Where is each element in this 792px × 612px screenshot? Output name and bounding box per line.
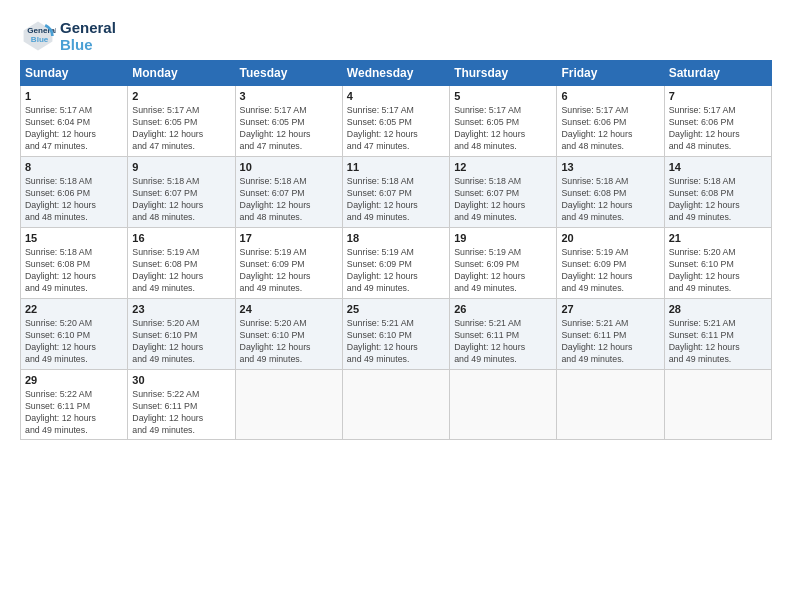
- calendar-cell: [557, 369, 664, 440]
- col-sunday: Sunday: [21, 61, 128, 86]
- calendar-cell: 26Sunrise: 5:21 AMSunset: 6:11 PMDayligh…: [450, 298, 557, 369]
- day-number: 30: [132, 373, 230, 388]
- calendar-cell: 7Sunrise: 5:17 AMSunset: 6:06 PMDaylight…: [664, 86, 771, 157]
- day-number: 27: [561, 302, 659, 317]
- col-friday: Friday: [557, 61, 664, 86]
- day-info: Sunrise: 5:19 AMSunset: 6:08 PMDaylight:…: [132, 247, 230, 295]
- calendar-cell: 14Sunrise: 5:18 AMSunset: 6:08 PMDayligh…: [664, 156, 771, 227]
- calendar-cell: [664, 369, 771, 440]
- day-number: 9: [132, 160, 230, 175]
- day-info: Sunrise: 5:17 AMSunset: 6:05 PMDaylight:…: [347, 105, 445, 153]
- day-info: Sunrise: 5:21 AMSunset: 6:11 PMDaylight:…: [669, 318, 767, 366]
- day-number: 3: [240, 89, 338, 104]
- calendar-cell: 16Sunrise: 5:19 AMSunset: 6:08 PMDayligh…: [128, 227, 235, 298]
- day-info: Sunrise: 5:18 AMSunset: 6:07 PMDaylight:…: [347, 176, 445, 224]
- day-info: Sunrise: 5:20 AMSunset: 6:10 PMDaylight:…: [669, 247, 767, 295]
- day-number: 10: [240, 160, 338, 175]
- day-info: Sunrise: 5:17 AMSunset: 6:05 PMDaylight:…: [454, 105, 552, 153]
- day-info: Sunrise: 5:19 AMSunset: 6:09 PMDaylight:…: [454, 247, 552, 295]
- day-number: 13: [561, 160, 659, 175]
- day-number: 24: [240, 302, 338, 317]
- calendar-week-3: 15Sunrise: 5:18 AMSunset: 6:08 PMDayligh…: [21, 227, 772, 298]
- calendar-cell: 15Sunrise: 5:18 AMSunset: 6:08 PMDayligh…: [21, 227, 128, 298]
- day-info: Sunrise: 5:20 AMSunset: 6:10 PMDaylight:…: [25, 318, 123, 366]
- day-number: 17: [240, 231, 338, 246]
- calendar-cell: 27Sunrise: 5:21 AMSunset: 6:11 PMDayligh…: [557, 298, 664, 369]
- day-number: 1: [25, 89, 123, 104]
- calendar-cell: [450, 369, 557, 440]
- calendar-week-5: 29Sunrise: 5:22 AMSunset: 6:11 PMDayligh…: [21, 369, 772, 440]
- day-info: Sunrise: 5:21 AMSunset: 6:11 PMDaylight:…: [454, 318, 552, 366]
- day-info: Sunrise: 5:17 AMSunset: 6:05 PMDaylight:…: [240, 105, 338, 153]
- calendar-table: Sunday Monday Tuesday Wednesday Thursday…: [20, 60, 772, 440]
- day-info: Sunrise: 5:18 AMSunset: 6:08 PMDaylight:…: [669, 176, 767, 224]
- day-number: 22: [25, 302, 123, 317]
- calendar-week-2: 8Sunrise: 5:18 AMSunset: 6:06 PMDaylight…: [21, 156, 772, 227]
- logo-text: General Blue: [60, 19, 116, 54]
- calendar-cell: 12Sunrise: 5:18 AMSunset: 6:07 PMDayligh…: [450, 156, 557, 227]
- calendar-cell: 9Sunrise: 5:18 AMSunset: 6:07 PMDaylight…: [128, 156, 235, 227]
- calendar-cell: 21Sunrise: 5:20 AMSunset: 6:10 PMDayligh…: [664, 227, 771, 298]
- calendar-cell: 3Sunrise: 5:17 AMSunset: 6:05 PMDaylight…: [235, 86, 342, 157]
- calendar-cell: 17Sunrise: 5:19 AMSunset: 6:09 PMDayligh…: [235, 227, 342, 298]
- day-number: 16: [132, 231, 230, 246]
- day-number: 23: [132, 302, 230, 317]
- day-info: Sunrise: 5:17 AMSunset: 6:06 PMDaylight:…: [669, 105, 767, 153]
- calendar-cell: 8Sunrise: 5:18 AMSunset: 6:06 PMDaylight…: [21, 156, 128, 227]
- day-info: Sunrise: 5:20 AMSunset: 6:10 PMDaylight:…: [132, 318, 230, 366]
- col-saturday: Saturday: [664, 61, 771, 86]
- calendar-cell: [235, 369, 342, 440]
- calendar-cell: 13Sunrise: 5:18 AMSunset: 6:08 PMDayligh…: [557, 156, 664, 227]
- day-info: Sunrise: 5:21 AMSunset: 6:11 PMDaylight:…: [561, 318, 659, 366]
- calendar-cell: 22Sunrise: 5:20 AMSunset: 6:10 PMDayligh…: [21, 298, 128, 369]
- day-info: Sunrise: 5:19 AMSunset: 6:09 PMDaylight:…: [347, 247, 445, 295]
- day-info: Sunrise: 5:19 AMSunset: 6:09 PMDaylight:…: [240, 247, 338, 295]
- calendar-cell: 11Sunrise: 5:18 AMSunset: 6:07 PMDayligh…: [342, 156, 449, 227]
- day-number: 8: [25, 160, 123, 175]
- calendar-cell: 25Sunrise: 5:21 AMSunset: 6:10 PMDayligh…: [342, 298, 449, 369]
- calendar-week-4: 22Sunrise: 5:20 AMSunset: 6:10 PMDayligh…: [21, 298, 772, 369]
- day-info: Sunrise: 5:18 AMSunset: 6:06 PMDaylight:…: [25, 176, 123, 224]
- day-info: Sunrise: 5:22 AMSunset: 6:11 PMDaylight:…: [25, 389, 123, 437]
- calendar-cell: [342, 369, 449, 440]
- calendar-cell: 6Sunrise: 5:17 AMSunset: 6:06 PMDaylight…: [557, 86, 664, 157]
- day-info: Sunrise: 5:18 AMSunset: 6:07 PMDaylight:…: [240, 176, 338, 224]
- col-tuesday: Tuesday: [235, 61, 342, 86]
- day-info: Sunrise: 5:21 AMSunset: 6:10 PMDaylight:…: [347, 318, 445, 366]
- day-number: 19: [454, 231, 552, 246]
- day-number: 12: [454, 160, 552, 175]
- day-number: 15: [25, 231, 123, 246]
- calendar-cell: 23Sunrise: 5:20 AMSunset: 6:10 PMDayligh…: [128, 298, 235, 369]
- day-info: Sunrise: 5:17 AMSunset: 6:06 PMDaylight:…: [561, 105, 659, 153]
- logo: General Blue General Blue: [20, 18, 116, 54]
- day-info: Sunrise: 5:20 AMSunset: 6:10 PMDaylight:…: [240, 318, 338, 366]
- col-monday: Monday: [128, 61, 235, 86]
- day-number: 26: [454, 302, 552, 317]
- day-number: 14: [669, 160, 767, 175]
- calendar-week-1: 1Sunrise: 5:17 AMSunset: 6:04 PMDaylight…: [21, 86, 772, 157]
- col-wednesday: Wednesday: [342, 61, 449, 86]
- calendar-cell: 4Sunrise: 5:17 AMSunset: 6:05 PMDaylight…: [342, 86, 449, 157]
- calendar-cell: 19Sunrise: 5:19 AMSunset: 6:09 PMDayligh…: [450, 227, 557, 298]
- day-number: 6: [561, 89, 659, 104]
- day-number: 7: [669, 89, 767, 104]
- calendar-cell: 29Sunrise: 5:22 AMSunset: 6:11 PMDayligh…: [21, 369, 128, 440]
- day-number: 21: [669, 231, 767, 246]
- col-thursday: Thursday: [450, 61, 557, 86]
- calendar-cell: 24Sunrise: 5:20 AMSunset: 6:10 PMDayligh…: [235, 298, 342, 369]
- day-number: 20: [561, 231, 659, 246]
- calendar-cell: 20Sunrise: 5:19 AMSunset: 6:09 PMDayligh…: [557, 227, 664, 298]
- day-number: 25: [347, 302, 445, 317]
- day-number: 29: [25, 373, 123, 388]
- calendar-cell: 30Sunrise: 5:22 AMSunset: 6:11 PMDayligh…: [128, 369, 235, 440]
- day-info: Sunrise: 5:18 AMSunset: 6:07 PMDaylight:…: [132, 176, 230, 224]
- page: General Blue General Blue Sunday Monday …: [0, 0, 792, 612]
- day-number: 2: [132, 89, 230, 104]
- header-row: Sunday Monday Tuesday Wednesday Thursday…: [21, 61, 772, 86]
- day-info: Sunrise: 5:17 AMSunset: 6:05 PMDaylight:…: [132, 105, 230, 153]
- calendar-cell: 1Sunrise: 5:17 AMSunset: 6:04 PMDaylight…: [21, 86, 128, 157]
- svg-text:Blue: Blue: [31, 35, 49, 44]
- day-info: Sunrise: 5:19 AMSunset: 6:09 PMDaylight:…: [561, 247, 659, 295]
- day-info: Sunrise: 5:18 AMSunset: 6:07 PMDaylight:…: [454, 176, 552, 224]
- calendar-cell: 28Sunrise: 5:21 AMSunset: 6:11 PMDayligh…: [664, 298, 771, 369]
